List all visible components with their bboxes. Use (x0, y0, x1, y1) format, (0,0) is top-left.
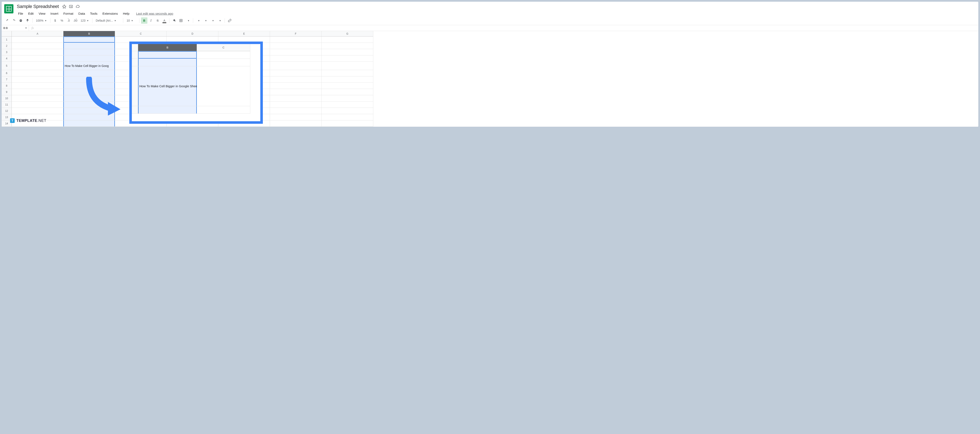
strikethrough-button[interactable]: S (154, 17, 161, 24)
cell[interactable] (321, 120, 373, 127)
cell[interactable]: How To Make Cell Bigger in Goog (64, 62, 115, 70)
cell[interactable] (270, 55, 321, 62)
cell[interactable] (321, 55, 373, 62)
cell[interactable] (321, 76, 373, 82)
cell[interactable] (270, 82, 321, 89)
text-color-button[interactable]: A (161, 17, 167, 24)
menu-format[interactable]: Format (61, 11, 76, 16)
document-title[interactable]: Sample Spreadsheet (16, 3, 60, 10)
currency-button[interactable]: $ (52, 17, 58, 24)
font-size-select[interactable]: 10▼ (125, 17, 137, 24)
cell[interactable] (270, 101, 321, 108)
row-header[interactable]: 2 (2, 43, 12, 49)
row-header[interactable]: 11 (2, 101, 12, 108)
row-header[interactable]: 10 (2, 95, 12, 101)
cell[interactable] (321, 108, 373, 114)
cell[interactable] (12, 101, 64, 108)
menu-view[interactable]: View (37, 11, 48, 16)
row-header[interactable]: 9 (2, 89, 12, 95)
cell[interactable] (12, 43, 64, 49)
cell[interactable] (321, 95, 373, 101)
text-rotation-button[interactable]: ▼ (216, 17, 223, 24)
cell[interactable] (270, 43, 321, 49)
cell[interactable] (12, 95, 64, 101)
paint-format-button[interactable] (24, 17, 31, 24)
cell[interactable] (321, 36, 373, 43)
cell[interactable] (270, 49, 321, 55)
menu-extensions[interactable]: Extensions (100, 11, 120, 16)
cell[interactable] (321, 114, 373, 120)
font-select[interactable]: Default (Ari...▼ (94, 17, 121, 24)
text-wrap-button[interactable]: ▼ (209, 17, 216, 24)
col-header-e[interactable]: E (218, 31, 270, 36)
cell[interactable] (270, 36, 321, 43)
select-all-corner[interactable] (2, 31, 12, 36)
cell[interactable] (270, 89, 321, 95)
sheets-logo[interactable] (4, 4, 13, 13)
merge-cells-button[interactable]: ▼ (185, 17, 191, 24)
cell[interactable] (321, 70, 373, 76)
move-icon[interactable] (69, 5, 73, 9)
cell[interactable] (12, 55, 64, 62)
cell[interactable] (270, 114, 321, 120)
cell[interactable] (321, 49, 373, 55)
borders-button[interactable] (178, 17, 184, 24)
print-button[interactable] (18, 17, 24, 24)
menu-edit[interactable]: Edit (26, 11, 36, 16)
cell[interactable] (321, 62, 373, 70)
col-header-c[interactable]: C (115, 31, 167, 36)
cell[interactable] (12, 108, 64, 114)
row-header[interactable]: 5 (2, 62, 12, 70)
cell[interactable] (64, 49, 115, 55)
row-header[interactable]: 7 (2, 76, 12, 82)
row-header[interactable]: 4 (2, 55, 12, 62)
cell[interactable] (64, 70, 115, 76)
menu-insert[interactable]: Insert (48, 11, 60, 16)
cell[interactable] (12, 82, 64, 89)
menu-data[interactable]: Data (76, 11, 87, 16)
vertical-align-button[interactable]: ▼ (202, 17, 209, 24)
col-header-d[interactable]: D (167, 31, 218, 36)
col-header-b[interactable]: B (64, 31, 115, 36)
cell[interactable] (270, 70, 321, 76)
cell[interactable] (321, 43, 373, 49)
menu-help[interactable]: Help (121, 11, 131, 16)
cell[interactable] (270, 76, 321, 82)
cell[interactable] (270, 62, 321, 70)
more-formats-select[interactable]: 123▼ (79, 17, 91, 24)
cell[interactable] (12, 49, 64, 55)
col-header-f[interactable]: F (270, 31, 321, 36)
row-header[interactable]: 8 (2, 82, 12, 89)
formula-input[interactable] (36, 25, 978, 31)
menu-file[interactable]: File (16, 11, 25, 16)
col-header-g[interactable]: G (321, 31, 373, 36)
increase-decimal-button[interactable]: .00→ (72, 17, 78, 24)
cell[interactable] (64, 43, 115, 49)
cell[interactable] (270, 120, 321, 127)
cell[interactable] (270, 108, 321, 114)
row-header[interactable]: 1 (2, 36, 12, 43)
decrease-decimal-button[interactable]: .0← (65, 17, 72, 24)
insert-link-button[interactable] (226, 17, 233, 24)
cell[interactable] (12, 70, 64, 76)
cell[interactable] (321, 101, 373, 108)
zoom-select[interactable]: 100%▼ (34, 17, 48, 24)
redo-button[interactable] (11, 17, 17, 24)
star-icon[interactable] (62, 5, 66, 9)
fill-color-button[interactable] (171, 17, 177, 24)
cell[interactable] (321, 89, 373, 95)
italic-button[interactable]: I (148, 17, 154, 24)
cell[interactable] (321, 82, 373, 89)
percent-button[interactable]: % (59, 17, 65, 24)
cell[interactable] (12, 36, 64, 43)
bold-button[interactable]: B (141, 17, 147, 24)
undo-button[interactable] (4, 17, 11, 24)
cell[interactable] (12, 62, 64, 70)
last-edit-link[interactable]: Last edit was seconds ago (136, 12, 173, 15)
cell[interactable] (64, 120, 115, 127)
cell[interactable] (12, 89, 64, 95)
row-header[interactable]: 6 (2, 70, 12, 76)
horizontal-align-button[interactable]: ▼ (195, 17, 202, 24)
cell[interactable] (64, 36, 115, 43)
cell[interactable] (270, 95, 321, 101)
